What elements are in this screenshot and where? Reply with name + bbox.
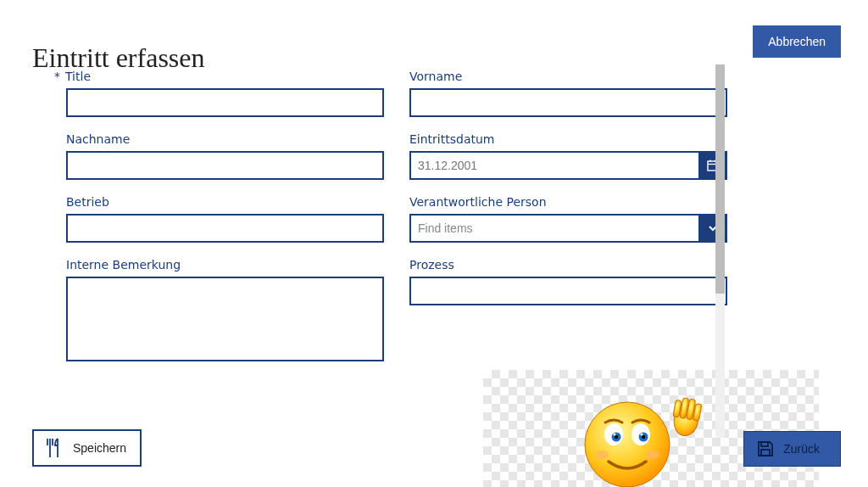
svg-point-18 [595,451,609,459]
field-bemerkung-label: Interne Bemerkung [66,258,384,271]
scrollbar-thumb[interactable] [715,64,725,294]
save-button[interactable]: Speichern [32,429,142,467]
form-container: * Title Nachname Betrieb Interne Bemerku… [66,70,727,365]
field-eintrittsdatum: Eintrittsdatum [409,132,727,180]
save-button-label: Speichern [73,441,126,455]
svg-rect-20 [761,442,768,446]
field-nachname: Nachname [66,132,384,180]
field-title: * Title [66,70,384,117]
field-verantwortliche: Verantwortliche Person [409,195,727,243]
save-disk-icon [756,439,775,458]
field-betrieb-label: Betrieb [66,195,384,209]
field-betrieb: Betrieb [66,195,384,243]
svg-point-17 [640,433,643,435]
waving-smiley-icon [568,389,729,487]
field-prozess: Prozess [409,258,727,305]
field-eintrittsdatum-label: Eintrittsdatum [409,132,727,146]
vertical-scrollbar[interactable] [715,64,725,438]
eintrittsdatum-input[interactable] [409,151,698,180]
field-bemerkung: Interne Bemerkung [66,258,384,365]
field-title-label: * Title [66,70,384,83]
betrieb-input[interactable] [66,214,384,243]
svg-point-19 [646,451,659,459]
svg-rect-21 [761,450,770,456]
nachname-input[interactable] [66,151,384,180]
prozess-input[interactable] [409,277,727,305]
back-button[interactable]: Zurück [743,431,841,467]
field-verantwortliche-label: Verantwortliche Person [409,195,727,209]
fork-knife-icon [42,437,64,459]
back-button-label: Zurück [783,442,820,456]
svg-point-16 [613,433,615,435]
field-prozess-label: Prozess [409,258,727,271]
title-input[interactable] [66,88,384,117]
required-marker: * [54,70,60,83]
form-right-column: Vorname Eintrittsdatum Verantwortliche P… [409,70,727,365]
field-vorname: Vorname [409,70,727,117]
bemerkung-input[interactable] [66,277,384,361]
vorname-input[interactable] [409,88,727,117]
svg-point-9 [585,402,670,487]
field-vorname-label: Vorname [409,70,727,83]
form-left-column: * Title Nachname Betrieb Interne Bemerku… [66,70,384,365]
verantwortliche-input[interactable] [409,214,698,243]
field-nachname-label: Nachname [66,132,384,146]
cancel-button[interactable]: Abbrechen [753,25,841,58]
label-text: Title [65,70,91,83]
